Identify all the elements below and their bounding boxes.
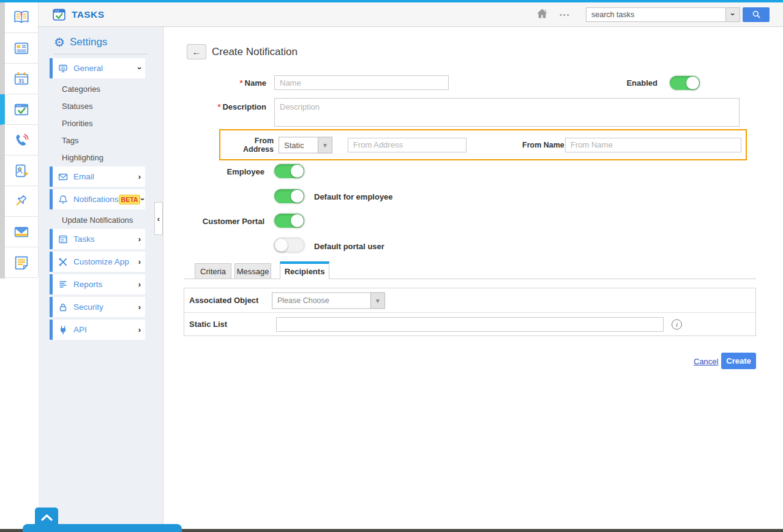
sidebar-item-general[interactable]: General ›	[50, 58, 145, 78]
toggle-knob	[275, 239, 288, 252]
module-rail: 31	[0, 2, 39, 532]
from-name-input[interactable]	[565, 138, 741, 152]
sidebar-item-update-notifications[interactable]: Update Notifications	[39, 212, 163, 229]
window-list-icon	[58, 234, 68, 244]
enabled-toggle[interactable]	[670, 76, 700, 90]
customer-portal-label: Customer Portal	[164, 217, 264, 226]
sidebar-divider	[54, 54, 148, 54]
sidebar-item-tasks[interactable]: Tasks ›	[50, 229, 145, 249]
from-address-input[interactable]	[348, 138, 466, 152]
scroll-to-top-button[interactable]	[35, 508, 58, 528]
phone-icon	[12, 131, 31, 149]
rail-backdrop	[0, 2, 5, 279]
rail-item-news[interactable]	[5, 33, 39, 64]
create-button[interactable]: Create	[721, 353, 756, 369]
newspaper-icon	[12, 39, 31, 58]
sidebar-item-security[interactable]: Security ›	[50, 297, 145, 317]
sidebar-item-categories[interactable]: Categories	[39, 81, 163, 98]
default-portal-toggle[interactable]	[274, 238, 304, 252]
plug-icon	[58, 325, 68, 335]
magnifier-icon	[752, 10, 761, 19]
home-icon[interactable]	[536, 7, 549, 22]
toggle-knob	[291, 190, 304, 203]
static-list-label: Static List	[189, 320, 227, 329]
search-scope-dropdown[interactable]: ›	[725, 7, 740, 22]
book-icon	[12, 9, 31, 27]
tab-recipients[interactable]: Recipients	[280, 261, 329, 279]
required-marker: *	[240, 78, 243, 88]
toggle-knob	[291, 165, 304, 178]
calendar-icon: 31	[12, 70, 31, 88]
chevron-right-icon: ›	[138, 302, 141, 312]
report-lines-icon	[58, 280, 68, 290]
rail-item-calls[interactable]	[5, 125, 39, 155]
selected-value: Static	[279, 137, 318, 153]
sidebar-item-highlighting[interactable]: Highlighting	[39, 149, 163, 167]
calendar-day-label: 31	[18, 78, 24, 84]
customer-portal-toggle[interactable]	[274, 214, 304, 228]
required-marker: *	[217, 102, 220, 111]
search-button[interactable]	[743, 7, 770, 22]
back-button[interactable]: ←	[187, 44, 206, 59]
chevron-right-icon: ›	[138, 234, 141, 244]
bell-icon	[58, 195, 68, 204]
contact-card-icon	[12, 162, 31, 180]
more-menu-icon[interactable]: •••	[560, 11, 571, 18]
settings-title: Settings	[70, 36, 107, 48]
info-icon[interactable]: i	[672, 319, 682, 329]
sidebar-collapse-handle[interactable]: ‹	[154, 202, 163, 235]
associated-object-select[interactable]: Please Choose ▼	[272, 292, 385, 309]
lock-icon	[58, 302, 68, 312]
chevron-down-icon: ›	[729, 13, 738, 15]
rail-item-tasks[interactable]	[0, 94, 39, 125]
board-icon	[58, 64, 68, 73]
gear-icon: ⚙	[54, 36, 65, 48]
from-address-mode-select[interactable]: Static ▼	[279, 137, 332, 153]
sidebar-item-notifications[interactable]: Notifications BETA ›	[50, 189, 145, 209]
sidebar-item-tags[interactable]: Tags	[39, 132, 163, 149]
tools-icon	[58, 257, 68, 267]
employee-toggle[interactable]	[274, 164, 304, 178]
enabled-label: Enabled	[593, 78, 657, 88]
push-pin-icon	[12, 192, 31, 211]
default-employee-toggle[interactable]	[274, 189, 304, 203]
envelope-icon	[58, 172, 68, 182]
static-list-input[interactable]	[276, 317, 664, 332]
rail-item-contacts[interactable]	[5, 155, 39, 186]
tab-message[interactable]: Message	[234, 263, 271, 279]
main-content: ← Create Notification *Name Enabled *Des…	[164, 27, 783, 532]
select-arrow-icon: ▼	[318, 137, 332, 153]
app-header: TASKS ••• ›	[39, 2, 783, 27]
rail-item-calendar[interactable]: 31	[5, 64, 39, 94]
description-input[interactable]	[274, 98, 740, 127]
app-logo: TASKS	[52, 7, 104, 21]
rail-item-knowledge-book[interactable]	[5, 2, 39, 33]
sidebar-item-email[interactable]: Email ›	[50, 167, 145, 187]
default-employee-label: Default for employee	[314, 192, 393, 201]
chevron-left-icon: ‹	[157, 214, 160, 223]
selected-value: Please Choose	[272, 292, 370, 309]
default-portal-label: Default portal user	[314, 242, 384, 251]
associated-object-label: Associated Object	[189, 296, 258, 305]
sidebar-item-reports[interactable]: Reports ›	[50, 274, 145, 294]
rail-item-pins[interactable]	[5, 186, 39, 217]
chevron-down-icon: ›	[135, 67, 144, 69]
description-label: *Description	[164, 102, 266, 111]
tasks-icon	[12, 100, 31, 119]
sidebar-item-priorities[interactable]: Priorities	[39, 115, 163, 132]
sidebar-item-statuses[interactable]: Statuses	[39, 98, 163, 115]
settings-header: ⚙ Settings	[39, 27, 163, 49]
rail-item-notes[interactable]	[5, 247, 39, 278]
sidebar-item-customize-app[interactable]: Customize App ›	[50, 252, 145, 272]
static-list-row: Static List i	[184, 312, 755, 335]
cancel-link[interactable]: Cancel	[694, 357, 718, 366]
chevron-up-icon	[41, 514, 53, 521]
tab-criteria[interactable]: Criteria	[195, 263, 231, 279]
name-input[interactable]	[274, 75, 449, 90]
tab-baseline	[184, 279, 756, 279]
rail-item-mail[interactable]	[5, 217, 39, 247]
sidebar-item-api[interactable]: API ›	[50, 320, 145, 340]
employee-label: Employee	[164, 167, 264, 176]
search-input[interactable]	[586, 7, 725, 22]
back-arrow-icon: ←	[192, 47, 201, 57]
